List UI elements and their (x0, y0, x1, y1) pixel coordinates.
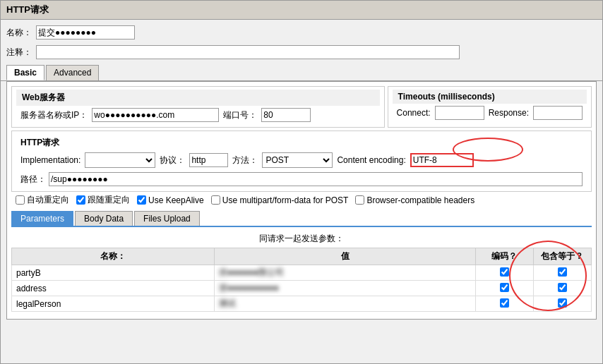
param-contains-cell (533, 296, 591, 312)
parameters-content: 同请求一起发送参数： 名称： 值 编码？ (11, 227, 592, 315)
http-section-label: HTTP请求 (16, 134, 587, 150)
inner-tabs-bar: Parameters Body Data Files Upload (11, 208, 592, 227)
auto-redirect-checkbox[interactable] (16, 195, 25, 205)
main-tabs-bar: Basic Advanced (1, 62, 602, 81)
encode-checkbox[interactable] (500, 283, 509, 292)
browser-headers-label: Browser-compatible headers (366, 195, 474, 205)
server-section-header: Web服务器 (16, 90, 380, 106)
connect-label: Connect: (397, 108, 431, 118)
auto-redirect-label: 自动重定向 (27, 194, 69, 206)
col-header-encode: 编码？ (475, 248, 533, 265)
tab-advanced[interactable]: Advanced (46, 65, 99, 80)
param-contains-cell (533, 281, 591, 296)
encode-checkbox[interactable] (500, 267, 509, 277)
table-row: address浙●●●●●●●●●● (12, 281, 592, 296)
comment-label: 注释： (6, 47, 32, 59)
col-header-name: 名称： (12, 248, 215, 265)
inner-tab-body-data[interactable]: Body Data (75, 211, 133, 226)
port-input[interactable] (261, 108, 311, 122)
http-request-window: HTTP请求 名称： 注释： Basic Advanced (0, 0, 603, 364)
multipart-checkbox[interactable] (211, 195, 220, 205)
multipart-label: Use multipart/form-data for POST (222, 195, 349, 205)
param-value-cell: 浙●●●●●●●●●● (215, 281, 475, 296)
col-header-contains: 包含等于？ (533, 248, 591, 265)
param-encode-cell (475, 265, 533, 281)
inner-tab-parameters[interactable]: Parameters (11, 211, 73, 226)
follow-redirect-checkbox-item[interactable]: 跟随重定向 (76, 194, 130, 206)
window-title: HTTP请求 (6, 4, 49, 15)
keepalive-checkbox-item[interactable]: Use KeepAlive (137, 195, 204, 205)
server-ip-label: 服务器名称或IP： (20, 109, 88, 121)
response-label: Response: (489, 108, 529, 118)
inner-tab-files-upload[interactable]: Files Upload (134, 211, 200, 226)
window-title-bar: HTTP请求 (1, 1, 602, 20)
encode-checkbox[interactable] (500, 298, 509, 308)
contains-checkbox[interactable] (558, 283, 567, 292)
contains-checkbox[interactable] (558, 298, 567, 308)
encoding-input[interactable] (410, 153, 474, 167)
name-row: 名称： (1, 23, 602, 42)
table-row: legalPerson测试 (12, 296, 592, 312)
param-name-cell: legalPerson (12, 296, 215, 312)
contains-checkbox[interactable] (558, 267, 567, 277)
protocol-label: 协议： (160, 154, 185, 166)
method-select[interactable]: POST GET (262, 152, 333, 168)
follow-redirect-checkbox[interactable] (76, 195, 85, 205)
keepalive-checkbox[interactable] (137, 195, 146, 205)
param-contains-cell (533, 265, 591, 281)
encoding-label: Content encoding: (337, 155, 405, 165)
response-input[interactable] (533, 106, 583, 120)
auto-redirect-checkbox-item[interactable]: 自动重定向 (16, 194, 69, 206)
params-table: 名称： 值 编码？ 包含等于？ (11, 248, 592, 312)
comment-row: 注释： (1, 42, 602, 62)
path-row: 路径： (16, 170, 587, 188)
timeouts-row: Connect: Response: (393, 104, 587, 122)
param-encode-cell (475, 296, 533, 312)
browser-headers-checkbox-item[interactable]: Browser-compatible headers (355, 195, 474, 205)
implementation-label: Implementation: (20, 155, 80, 165)
server-ip-row: 服务器名称或IP： 端口号： (16, 106, 380, 124)
tab-basic-content: Web服务器 服务器名称或IP： 端口号： Timeouts (millisec… (6, 81, 597, 320)
param-name-cell: partyB (12, 265, 215, 281)
path-input[interactable] (49, 172, 583, 186)
protocol-input[interactable] (189, 153, 228, 167)
name-input[interactable] (36, 25, 135, 40)
param-encode-cell (475, 281, 533, 296)
param-name-cell: address (12, 281, 215, 296)
param-value-cell: 测试 (215, 296, 475, 312)
params-table-title: 同请求一起发送参数： (11, 230, 592, 248)
comment-input[interactable] (36, 45, 460, 59)
tab-basic[interactable]: Basic (6, 65, 44, 80)
keepalive-label: Use KeepAlive (148, 195, 204, 205)
implementation-select[interactable] (85, 152, 155, 168)
path-label: 路径： (20, 174, 46, 186)
connect-input[interactable] (435, 106, 484, 120)
follow-redirect-label: 跟随重定向 (88, 194, 130, 206)
port-label: 端口号： (223, 109, 257, 121)
timeouts-section-header: Timeouts (milliseconds) (393, 90, 587, 104)
multipart-checkbox-item[interactable]: Use multipart/form-data for POST (211, 195, 349, 205)
server-ip-input[interactable] (92, 108, 219, 122)
checkboxes-row: 自动重定向 跟随重定向 Use KeepAlive Use multipart/… (11, 192, 592, 208)
method-label: 方法： (232, 154, 258, 166)
table-row: partyB供●●●●●●限公司 (12, 265, 592, 281)
browser-headers-checkbox[interactable] (355, 195, 364, 205)
http-params-row: Implementation: 协议： 方法： POST GET Content… (16, 150, 587, 170)
param-value-cell: 供●●●●●●限公司 (215, 265, 475, 281)
col-header-value: 值 (215, 248, 475, 265)
name-label: 名称： (6, 27, 32, 39)
